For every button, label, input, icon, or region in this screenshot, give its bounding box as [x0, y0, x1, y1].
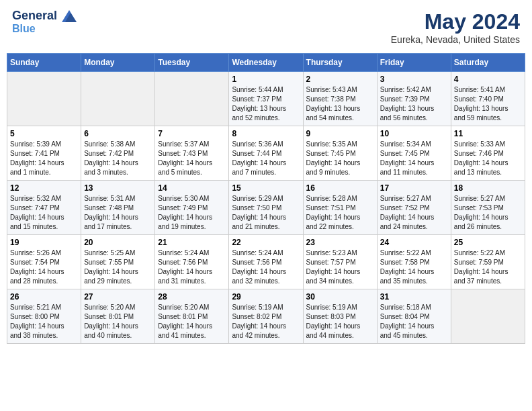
day-info: Sunrise: 5:29 AM Sunset: 7:50 PM Dayligh…	[232, 194, 300, 232]
day-number: 13	[84, 183, 152, 193]
calendar-cell: 11Sunrise: 5:33 AM Sunset: 7:46 PM Dayli…	[451, 126, 525, 181]
calendar-cell: 10Sunrise: 5:34 AM Sunset: 7:45 PM Dayli…	[377, 126, 451, 181]
calendar-header: SundayMondayTuesdayWednesdayThursdayFrid…	[7, 54, 525, 72]
day-number: 10	[380, 129, 448, 138]
calendar-cell: 6Sunrise: 5:38 AM Sunset: 7:42 PM Daylig…	[81, 126, 155, 181]
day-info: Sunrise: 5:44 AM Sunset: 7:37 PM Dayligh…	[232, 85, 300, 123]
day-number: 7	[158, 129, 226, 138]
location-title: Eureka, Nevada, United States	[391, 34, 520, 45]
day-number: 19	[10, 238, 78, 247]
calendar-cell: 5Sunrise: 5:39 AM Sunset: 7:41 PM Daylig…	[7, 126, 81, 181]
calendar-week-row: 19Sunrise: 5:26 AM Sunset: 7:54 PM Dayli…	[7, 235, 525, 289]
calendar-cell: 24Sunrise: 5:22 AM Sunset: 7:58 PM Dayli…	[377, 235, 451, 289]
day-info: Sunrise: 5:31 AM Sunset: 7:48 PM Dayligh…	[84, 194, 152, 232]
calendar-cell: 15Sunrise: 5:29 AM Sunset: 7:50 PM Dayli…	[229, 181, 303, 235]
day-info: Sunrise: 5:41 AM Sunset: 7:40 PM Dayligh…	[454, 85, 522, 123]
calendar-cell: 16Sunrise: 5:28 AM Sunset: 7:51 PM Dayli…	[303, 181, 377, 235]
day-info: Sunrise: 5:39 AM Sunset: 7:41 PM Dayligh…	[10, 140, 78, 177]
calendar-cell: 7Sunrise: 5:37 AM Sunset: 7:43 PM Daylig…	[155, 126, 229, 181]
day-number: 29	[232, 292, 300, 302]
calendar-cell: 31Sunrise: 5:18 AM Sunset: 8:04 PM Dayli…	[377, 289, 451, 344]
month-title: May 2024	[391, 9, 520, 34]
calendar-cell	[155, 72, 229, 126]
calendar-cell: 17Sunrise: 5:27 AM Sunset: 7:52 PM Dayli…	[377, 181, 451, 235]
day-number: 11	[454, 129, 522, 138]
logo-text: General	[12, 9, 77, 23]
calendar-cell: 2Sunrise: 5:43 AM Sunset: 7:38 PM Daylig…	[303, 72, 377, 126]
calendar-cell: 29Sunrise: 5:19 AM Sunset: 8:02 PM Dayli…	[229, 289, 303, 344]
calendar-week-row: 26Sunrise: 5:21 AM Sunset: 8:00 PM Dayli…	[7, 289, 525, 344]
calendar-week-row: 12Sunrise: 5:32 AM Sunset: 7:47 PM Dayli…	[7, 181, 525, 235]
weekday-row: SundayMondayTuesdayWednesdayThursdayFrid…	[7, 54, 525, 72]
day-number: 18	[454, 183, 522, 193]
weekday-header: Friday	[377, 54, 451, 72]
day-number: 16	[306, 183, 374, 193]
day-info: Sunrise: 5:32 AM Sunset: 7:47 PM Dayligh…	[10, 194, 78, 232]
page-header: General Blue May 2024 Eureka, Nevada, Un…	[7, 7, 525, 48]
day-number: 9	[306, 129, 374, 138]
title-block: May 2024 Eureka, Nevada, United States	[391, 9, 520, 45]
calendar-cell: 28Sunrise: 5:20 AM Sunset: 8:01 PM Dayli…	[155, 289, 229, 344]
day-info: Sunrise: 5:24 AM Sunset: 7:56 PM Dayligh…	[232, 248, 300, 286]
day-number: 1	[232, 75, 300, 84]
calendar-cell: 9Sunrise: 5:35 AM Sunset: 7:45 PM Daylig…	[303, 126, 377, 181]
day-number: 26	[10, 292, 78, 302]
day-number: 14	[158, 183, 226, 193]
day-info: Sunrise: 5:19 AM Sunset: 8:02 PM Dayligh…	[232, 303, 300, 340]
day-info: Sunrise: 5:18 AM Sunset: 8:04 PM Dayligh…	[380, 303, 448, 340]
day-info: Sunrise: 5:33 AM Sunset: 7:46 PM Dayligh…	[454, 140, 522, 177]
day-info: Sunrise: 5:23 AM Sunset: 7:57 PM Dayligh…	[306, 248, 374, 286]
day-number: 17	[380, 183, 448, 193]
calendar-cell: 25Sunrise: 5:22 AM Sunset: 7:59 PM Dayli…	[451, 235, 525, 289]
weekday-header: Monday	[81, 54, 155, 72]
calendar-cell: 3Sunrise: 5:42 AM Sunset: 7:39 PM Daylig…	[377, 72, 451, 126]
day-number: 23	[306, 238, 374, 247]
calendar-cell: 12Sunrise: 5:32 AM Sunset: 7:47 PM Dayli…	[7, 181, 81, 235]
day-number: 12	[10, 183, 78, 193]
day-number: 28	[158, 292, 226, 302]
calendar-cell: 22Sunrise: 5:24 AM Sunset: 7:56 PM Dayli…	[229, 235, 303, 289]
day-number: 31	[380, 292, 448, 302]
weekday-header: Sunday	[7, 54, 81, 72]
day-info: Sunrise: 5:27 AM Sunset: 7:52 PM Dayligh…	[380, 194, 448, 232]
day-number: 4	[454, 75, 522, 84]
day-number: 5	[10, 129, 78, 138]
calendar-body: 1Sunrise: 5:44 AM Sunset: 7:37 PM Daylig…	[7, 72, 525, 344]
day-info: Sunrise: 5:36 AM Sunset: 7:44 PM Dayligh…	[232, 140, 300, 177]
day-number: 30	[306, 292, 374, 302]
day-info: Sunrise: 5:27 AM Sunset: 7:53 PM Dayligh…	[454, 194, 522, 232]
day-info: Sunrise: 5:38 AM Sunset: 7:42 PM Dayligh…	[84, 140, 152, 177]
calendar-cell: 20Sunrise: 5:25 AM Sunset: 7:55 PM Dayli…	[81, 235, 155, 289]
calendar-week-row: 1Sunrise: 5:44 AM Sunset: 7:37 PM Daylig…	[7, 72, 525, 126]
day-number: 27	[84, 292, 152, 302]
calendar-cell: 1Sunrise: 5:44 AM Sunset: 7:37 PM Daylig…	[229, 72, 303, 126]
day-number: 2	[306, 75, 374, 84]
calendar-cell: 14Sunrise: 5:30 AM Sunset: 7:49 PM Dayli…	[155, 181, 229, 235]
day-info: Sunrise: 5:24 AM Sunset: 7:56 PM Dayligh…	[158, 248, 226, 286]
day-info: Sunrise: 5:19 AM Sunset: 8:03 PM Dayligh…	[306, 303, 374, 340]
calendar-table: SundayMondayTuesdayWednesdayThursdayFrid…	[7, 53, 525, 344]
calendar-cell	[451, 289, 525, 344]
day-info: Sunrise: 5:34 AM Sunset: 7:45 PM Dayligh…	[380, 140, 448, 177]
day-info: Sunrise: 5:28 AM Sunset: 7:51 PM Dayligh…	[306, 194, 374, 232]
day-info: Sunrise: 5:30 AM Sunset: 7:49 PM Dayligh…	[158, 194, 226, 232]
day-info: Sunrise: 5:25 AM Sunset: 7:55 PM Dayligh…	[84, 248, 152, 286]
calendar-cell: 13Sunrise: 5:31 AM Sunset: 7:48 PM Dayli…	[81, 181, 155, 235]
calendar-cell: 21Sunrise: 5:24 AM Sunset: 7:56 PM Dayli…	[155, 235, 229, 289]
calendar-cell: 30Sunrise: 5:19 AM Sunset: 8:03 PM Dayli…	[303, 289, 377, 344]
calendar-cell: 8Sunrise: 5:36 AM Sunset: 7:44 PM Daylig…	[229, 126, 303, 181]
calendar-cell: 19Sunrise: 5:26 AM Sunset: 7:54 PM Dayli…	[7, 235, 81, 289]
weekday-header: Wednesday	[229, 54, 303, 72]
day-info: Sunrise: 5:43 AM Sunset: 7:38 PM Dayligh…	[306, 85, 374, 123]
day-info: Sunrise: 5:21 AM Sunset: 8:00 PM Dayligh…	[10, 303, 78, 340]
day-info: Sunrise: 5:26 AM Sunset: 7:54 PM Dayligh…	[10, 248, 78, 286]
day-info: Sunrise: 5:35 AM Sunset: 7:45 PM Dayligh…	[306, 140, 374, 177]
day-info: Sunrise: 5:22 AM Sunset: 7:58 PM Dayligh…	[380, 248, 448, 286]
day-number: 8	[232, 129, 300, 138]
weekday-header: Thursday	[303, 54, 377, 72]
day-number: 24	[380, 238, 448, 247]
day-number: 22	[232, 238, 300, 247]
day-number: 20	[84, 238, 152, 247]
logo-icon	[62, 10, 77, 22]
calendar-cell: 27Sunrise: 5:20 AM Sunset: 8:01 PM Dayli…	[81, 289, 155, 344]
